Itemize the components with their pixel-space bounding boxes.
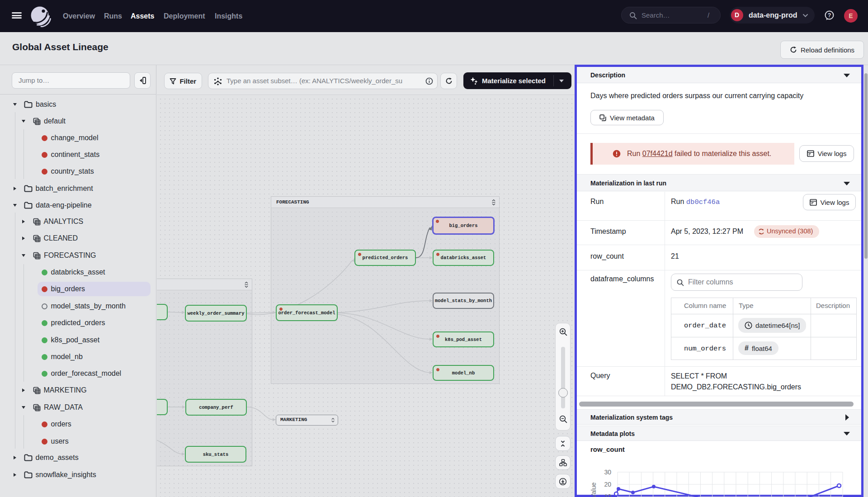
svg-text:10: 10 — [604, 493, 611, 497]
svg-text:?: ? — [828, 12, 831, 19]
svg-text:30: 30 — [604, 469, 611, 476]
svg-text:Value: Value — [590, 482, 597, 497]
svg-text:20: 20 — [604, 481, 611, 488]
